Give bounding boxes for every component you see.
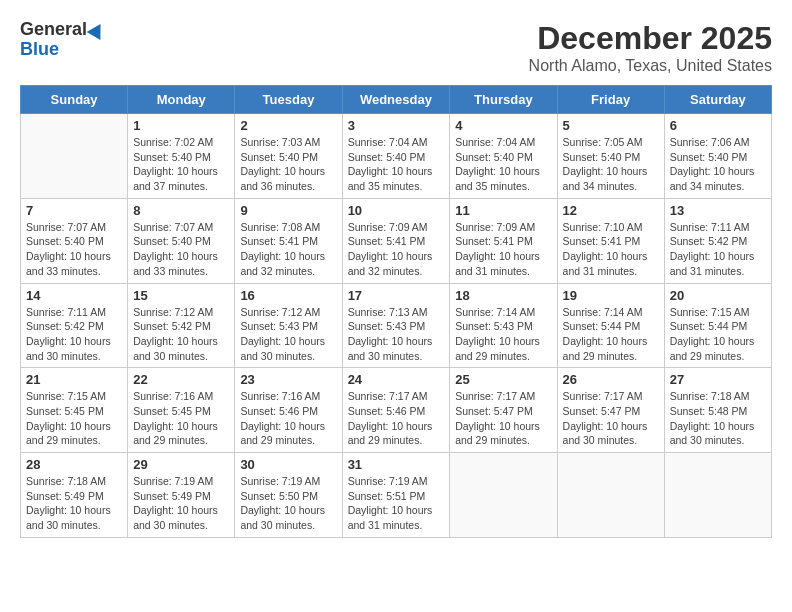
day-info: Sunrise: 7:18 AM Sunset: 5:49 PM Dayligh… [26, 474, 122, 533]
day-info: Sunrise: 7:16 AM Sunset: 5:46 PM Dayligh… [240, 389, 336, 448]
day-info: Sunrise: 7:07 AM Sunset: 5:40 PM Dayligh… [133, 220, 229, 279]
day-number: 25 [455, 372, 551, 387]
day-number: 26 [563, 372, 659, 387]
calendar-cell: 20Sunrise: 7:15 AM Sunset: 5:44 PM Dayli… [664, 283, 771, 368]
day-of-week-header: Friday [557, 86, 664, 114]
calendar-cell: 4Sunrise: 7:04 AM Sunset: 5:40 PM Daylig… [450, 114, 557, 199]
day-info: Sunrise: 7:06 AM Sunset: 5:40 PM Dayligh… [670, 135, 766, 194]
calendar-cell: 13Sunrise: 7:11 AM Sunset: 5:42 PM Dayli… [664, 198, 771, 283]
logo: General Blue [20, 20, 105, 60]
calendar-cell: 27Sunrise: 7:18 AM Sunset: 5:48 PM Dayli… [664, 368, 771, 453]
day-number: 9 [240, 203, 336, 218]
day-info: Sunrise: 7:12 AM Sunset: 5:42 PM Dayligh… [133, 305, 229, 364]
logo-blue-text: Blue [20, 40, 59, 60]
day-number: 3 [348, 118, 445, 133]
day-info: Sunrise: 7:07 AM Sunset: 5:40 PM Dayligh… [26, 220, 122, 279]
day-number: 21 [26, 372, 122, 387]
day-of-week-header: Monday [128, 86, 235, 114]
day-number: 13 [670, 203, 766, 218]
calendar-week-row: 28Sunrise: 7:18 AM Sunset: 5:49 PM Dayli… [21, 453, 772, 538]
day-number: 19 [563, 288, 659, 303]
day-number: 8 [133, 203, 229, 218]
day-number: 18 [455, 288, 551, 303]
day-number: 15 [133, 288, 229, 303]
calendar-cell [664, 453, 771, 538]
calendar-cell: 7Sunrise: 7:07 AM Sunset: 5:40 PM Daylig… [21, 198, 128, 283]
calendar-cell: 22Sunrise: 7:16 AM Sunset: 5:45 PM Dayli… [128, 368, 235, 453]
calendar-table: SundayMondayTuesdayWednesdayThursdayFrid… [20, 85, 772, 538]
calendar-week-row: 7Sunrise: 7:07 AM Sunset: 5:40 PM Daylig… [21, 198, 772, 283]
day-info: Sunrise: 7:10 AM Sunset: 5:41 PM Dayligh… [563, 220, 659, 279]
day-number: 4 [455, 118, 551, 133]
calendar-cell: 23Sunrise: 7:16 AM Sunset: 5:46 PM Dayli… [235, 368, 342, 453]
calendar-cell: 16Sunrise: 7:12 AM Sunset: 5:43 PM Dayli… [235, 283, 342, 368]
calendar-cell: 26Sunrise: 7:17 AM Sunset: 5:47 PM Dayli… [557, 368, 664, 453]
day-info: Sunrise: 7:17 AM Sunset: 5:47 PM Dayligh… [563, 389, 659, 448]
day-number: 5 [563, 118, 659, 133]
calendar-cell: 8Sunrise: 7:07 AM Sunset: 5:40 PM Daylig… [128, 198, 235, 283]
calendar-week-row: 1Sunrise: 7:02 AM Sunset: 5:40 PM Daylig… [21, 114, 772, 199]
calendar-cell: 30Sunrise: 7:19 AM Sunset: 5:50 PM Dayli… [235, 453, 342, 538]
calendar-cell: 9Sunrise: 7:08 AM Sunset: 5:41 PM Daylig… [235, 198, 342, 283]
logo-general-text: General [20, 20, 87, 40]
calendar-cell: 5Sunrise: 7:05 AM Sunset: 5:40 PM Daylig… [557, 114, 664, 199]
day-number: 27 [670, 372, 766, 387]
calendar-cell: 29Sunrise: 7:19 AM Sunset: 5:49 PM Dayli… [128, 453, 235, 538]
calendar-cell: 18Sunrise: 7:14 AM Sunset: 5:43 PM Dayli… [450, 283, 557, 368]
day-of-week-header: Saturday [664, 86, 771, 114]
day-info: Sunrise: 7:14 AM Sunset: 5:44 PM Dayligh… [563, 305, 659, 364]
day-number: 12 [563, 203, 659, 218]
calendar-cell: 10Sunrise: 7:09 AM Sunset: 5:41 PM Dayli… [342, 198, 450, 283]
day-info: Sunrise: 7:19 AM Sunset: 5:50 PM Dayligh… [240, 474, 336, 533]
day-info: Sunrise: 7:09 AM Sunset: 5:41 PM Dayligh… [455, 220, 551, 279]
calendar-cell: 15Sunrise: 7:12 AM Sunset: 5:42 PM Dayli… [128, 283, 235, 368]
month-title: December 2025 [529, 20, 772, 57]
calendar-cell: 28Sunrise: 7:18 AM Sunset: 5:49 PM Dayli… [21, 453, 128, 538]
day-info: Sunrise: 7:17 AM Sunset: 5:47 PM Dayligh… [455, 389, 551, 448]
day-info: Sunrise: 7:05 AM Sunset: 5:40 PM Dayligh… [563, 135, 659, 194]
logo-arrow-icon [87, 20, 108, 40]
day-info: Sunrise: 7:02 AM Sunset: 5:40 PM Dayligh… [133, 135, 229, 194]
day-info: Sunrise: 7:16 AM Sunset: 5:45 PM Dayligh… [133, 389, 229, 448]
day-of-week-header: Tuesday [235, 86, 342, 114]
day-number: 6 [670, 118, 766, 133]
day-number: 14 [26, 288, 122, 303]
day-number: 11 [455, 203, 551, 218]
header: General Blue December 2025 North Alamo, … [20, 20, 772, 75]
day-number: 7 [26, 203, 122, 218]
calendar-cell [21, 114, 128, 199]
title-area: December 2025 North Alamo, Texas, United… [529, 20, 772, 75]
day-number: 31 [348, 457, 445, 472]
day-number: 2 [240, 118, 336, 133]
day-info: Sunrise: 7:15 AM Sunset: 5:44 PM Dayligh… [670, 305, 766, 364]
day-info: Sunrise: 7:09 AM Sunset: 5:41 PM Dayligh… [348, 220, 445, 279]
day-info: Sunrise: 7:03 AM Sunset: 5:40 PM Dayligh… [240, 135, 336, 194]
day-number: 10 [348, 203, 445, 218]
day-number: 22 [133, 372, 229, 387]
calendar-cell: 11Sunrise: 7:09 AM Sunset: 5:41 PM Dayli… [450, 198, 557, 283]
day-number: 23 [240, 372, 336, 387]
day-of-week-header: Thursday [450, 86, 557, 114]
day-of-week-header: Sunday [21, 86, 128, 114]
day-info: Sunrise: 7:12 AM Sunset: 5:43 PM Dayligh… [240, 305, 336, 364]
calendar-cell: 25Sunrise: 7:17 AM Sunset: 5:47 PM Dayli… [450, 368, 557, 453]
location-title: North Alamo, Texas, United States [529, 57, 772, 75]
day-info: Sunrise: 7:14 AM Sunset: 5:43 PM Dayligh… [455, 305, 551, 364]
day-info: Sunrise: 7:04 AM Sunset: 5:40 PM Dayligh… [455, 135, 551, 194]
calendar-cell [450, 453, 557, 538]
calendar-cell: 21Sunrise: 7:15 AM Sunset: 5:45 PM Dayli… [21, 368, 128, 453]
day-info: Sunrise: 7:11 AM Sunset: 5:42 PM Dayligh… [670, 220, 766, 279]
day-info: Sunrise: 7:19 AM Sunset: 5:49 PM Dayligh… [133, 474, 229, 533]
calendar-cell: 31Sunrise: 7:19 AM Sunset: 5:51 PM Dayli… [342, 453, 450, 538]
day-info: Sunrise: 7:11 AM Sunset: 5:42 PM Dayligh… [26, 305, 122, 364]
day-number: 30 [240, 457, 336, 472]
day-number: 16 [240, 288, 336, 303]
calendar-cell: 3Sunrise: 7:04 AM Sunset: 5:40 PM Daylig… [342, 114, 450, 199]
day-number: 29 [133, 457, 229, 472]
day-info: Sunrise: 7:15 AM Sunset: 5:45 PM Dayligh… [26, 389, 122, 448]
calendar-cell: 1Sunrise: 7:02 AM Sunset: 5:40 PM Daylig… [128, 114, 235, 199]
day-number: 28 [26, 457, 122, 472]
calendar-cell: 17Sunrise: 7:13 AM Sunset: 5:43 PM Dayli… [342, 283, 450, 368]
calendar-cell: 12Sunrise: 7:10 AM Sunset: 5:41 PM Dayli… [557, 198, 664, 283]
calendar-cell: 6Sunrise: 7:06 AM Sunset: 5:40 PM Daylig… [664, 114, 771, 199]
